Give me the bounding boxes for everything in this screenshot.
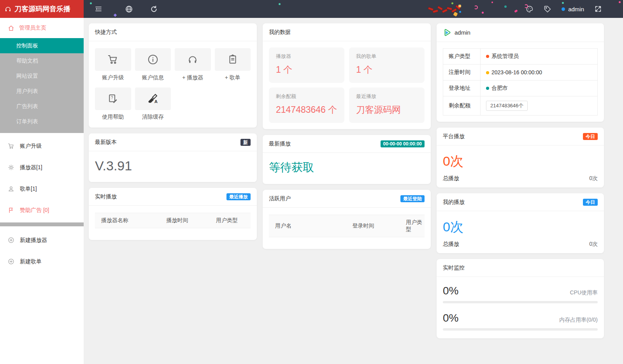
cpu-usage-row: 0% CPU使用率 [443,285,598,303]
active-users-card: 活跃用户 最近登陆 用户名 登录时间 用户类型 [263,190,431,249]
timestamp-badge: 00-00-00 00:00:00 [381,140,425,147]
confetti-dot [451,2,453,4]
cpu-usage-label: CPU使用率 [570,289,598,296]
shortcut-label: + 歌单 [215,74,251,81]
latest-play-card: 最新播放 00-00-00 00:00:00 等待获取 [263,135,431,184]
sidebar-item-label: 新建歌单 [20,258,42,265]
plus-circle-icon [8,237,14,243]
menu-fold-icon[interactable] [95,5,102,13]
card-title: 我的数据 [269,29,291,36]
confetti-dot [482,12,484,14]
tag-icon[interactable] [544,5,551,13]
play-logo-icon [443,28,451,37]
confetti-dot [514,9,518,12]
sidebar-item-players[interactable]: 播放器[1] [0,157,84,178]
stat-value: 刀客源码网 [356,104,418,116]
sidebar: 管理员主页 控制面板 帮助文档 网站设置 用户列表 广告列表 订单列表 账户升级… [0,18,84,364]
row-label: 账户类型 [443,49,481,65]
shortcuts-card: 快捷方式 账户升级 账户信息 + 播放器 [89,23,257,128]
card-title: 最新播放 [269,140,291,147]
brush-icon: A [147,93,159,105]
shortcut-label: 使用帮助 [95,114,131,121]
sidebar-item-label: 歌单[1] [20,186,37,192]
home-icon [8,25,14,32]
row-label: 剩余配额 [443,96,481,116]
sidebar-item-site-settings[interactable]: 网站设置 [0,68,84,84]
latest-version-card: 最新版本 新 V.3.91 [89,133,257,182]
version-value: V.3.91 [95,158,132,173]
latest-play-value: 等待获取 [269,161,314,173]
recent-login-badge[interactable]: 最近登陆 [400,195,425,202]
card-title: 快捷方式 [95,29,117,36]
column-header: 播放时间 [160,213,210,228]
shortcut-add-playlist[interactable]: + 歌单 [215,48,251,81]
refresh-icon[interactable] [150,5,158,13]
shortcut-add-player[interactable]: + 播放器 [175,48,211,81]
stat-value: 2147483646 个 [276,104,337,116]
shortcut-usage-help[interactable]: ? 使用帮助 [95,88,131,121]
column-header: 播放器名称 [95,213,160,228]
plus-circle-icon [8,258,14,265]
sidebar-item-user-list[interactable]: 用户列表 [0,84,84,99]
clipboard-icon [227,54,239,65]
card-title: 最新版本 [95,139,117,146]
sidebar-item-dashboard[interactable]: 控制面板 [0,38,84,53]
memory-usage-row: 0% 内存占用率(0/0) [443,312,598,331]
row-label: 登录地址 [443,80,481,96]
stat-value: 1 个 [356,64,418,76]
stat-quota: 剩余配额 2147483646 个 [269,88,344,123]
fullscreen-icon[interactable] [594,5,602,13]
sidebar-item-order-list[interactable]: 订单列表 [0,114,84,129]
stat-label: 播放器 [276,53,337,60]
sidebar-item-admin-home[interactable]: 管理员主页 [0,18,84,38]
svg-text:A: A [154,99,158,104]
confetti-dot [459,11,461,13]
user-icon [8,186,14,192]
svg-text:?: ? [111,96,113,100]
sidebar-item-sponsor-ads[interactable]: 赞助广告 [0] [0,200,84,221]
sidebar-submenu: 控制面板 帮助文档 网站设置 用户列表 广告列表 订单列表 [0,38,84,133]
confetti-dot [504,5,507,8]
user-menu[interactable]: admin [562,6,584,12]
card-title: 我的播放 [443,199,465,206]
sidebar-item-account-upgrade[interactable]: 账户升级 [0,135,84,157]
sidebar-item-playlists[interactable]: 歌单[1] [0,178,84,200]
globe-icon[interactable] [125,5,133,13]
card-title: 活跃用户 [269,195,291,202]
quota-chip: 2147483646个 [486,101,528,111]
stat-players: 播放器 1 个 [269,47,344,83]
new-badge: 新 [240,139,251,146]
table-row: 注册时间 2023-08-16 00:00:00 [443,65,598,80]
recent-play-badge[interactable]: 最近播放 [226,193,251,200]
monitor-card: 实时监控 0% CPU使用率 0% 内存占用率(0/0) [437,259,604,338]
shortcut-account-upgrade[interactable]: 账户升级 [95,48,131,81]
status-dot [486,87,489,90]
platform-play-value: 0次 [443,154,463,168]
card-title: 平台播放 [443,133,465,140]
sidebar-item-ad-list[interactable]: 广告列表 [0,99,84,114]
profile-card: admin 账户类型 系统管理员 注册时间 2023-08-16 00:00:0… [437,23,604,122]
shortcut-clear-cache[interactable]: A 清除缓存 [135,88,171,121]
navbar: 刀客源码网音乐播 admin [0,0,623,18]
my-data-card: 我的数据 播放器 1 个 我的歌单 1 个 剩余配额 2147483646 个 [263,23,431,129]
app-logo[interactable]: 刀客源码网音乐播 [0,0,84,18]
active-users-table: 用户名 登录时间 用户类型 [269,215,425,237]
my-play-value: 0次 [443,219,463,234]
shortcut-label: 账户信息 [135,74,171,81]
username: admin [568,6,584,12]
stat-value: 1 个 [276,64,337,76]
main-content: 快捷方式 账户升级 账户信息 + 播放器 [84,18,623,364]
shortcut-account-info[interactable]: 账户信息 [135,48,171,81]
sidebar-item-new-playlist[interactable]: 新建歌单 [0,251,84,272]
column-header: 登录时间 [346,219,400,233]
sidebar-item-help-docs[interactable]: 帮助文档 [0,53,84,68]
my-play-card: 我的播放 今日 0次 总播放 0次 [437,193,604,253]
shortcut-label: 账户升级 [95,74,131,81]
sidebar-item-label: 播放器[1] [20,164,42,171]
column-header: 用户类型 [400,215,425,237]
platform-play-card: 平台播放 今日 0次 总播放 0次 [437,128,604,187]
confetti-dot [279,3,281,5]
headphones-icon [187,54,198,65]
sidebar-item-new-player[interactable]: 新建播放器 [0,229,84,251]
stat-recent-play: 最近播放 刀客源码网 [349,88,425,123]
